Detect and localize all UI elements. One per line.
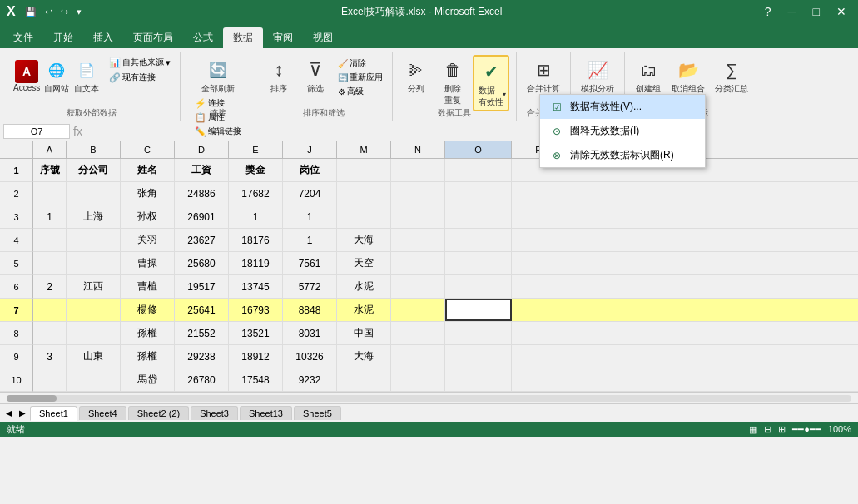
sort-btn[interactable]: ↕ 排序 xyxy=(262,55,295,96)
cell-a10[interactable] xyxy=(33,368,67,391)
cell-b8[interactable] xyxy=(67,322,121,344)
col-header-j[interactable]: J xyxy=(283,141,337,158)
cell-d3[interactable]: 26901 xyxy=(175,205,229,228)
cell-b6[interactable]: 江西 xyxy=(67,275,121,298)
cell-j9[interactable]: 10326 xyxy=(283,345,337,368)
row-num-8[interactable]: 8 xyxy=(0,322,33,345)
quick-access-dropdown-icon[interactable]: ▾ xyxy=(74,5,84,19)
sheet-tab-sheet3[interactable]: Sheet3 xyxy=(191,406,238,420)
row-num-10[interactable]: 10 xyxy=(0,368,33,392)
cell-n7[interactable] xyxy=(391,299,445,321)
cell-a4[interactable] xyxy=(33,229,67,251)
cell-c4[interactable]: 关羽 xyxy=(121,229,175,251)
data-validity-btn[interactable]: ✔ 数据有效性 ▾ xyxy=(473,55,509,111)
cell-o9[interactable] xyxy=(445,345,512,368)
cell-b2[interactable] xyxy=(67,182,121,205)
sheet-tab-sheet2[interactable]: Sheet2 (2) xyxy=(128,406,189,420)
cell-b7[interactable] xyxy=(67,299,121,321)
cell-n2[interactable] xyxy=(391,182,445,205)
col-header-a[interactable]: A xyxy=(33,141,67,158)
cell-a1[interactable]: 序號 xyxy=(33,159,67,181)
cell-d4[interactable]: 23627 xyxy=(175,229,229,251)
cell-j1[interactable]: 岗位 xyxy=(283,159,337,181)
existing-connections-btn[interactable]: 🔗 现有连接 xyxy=(107,71,173,84)
row-num-9[interactable]: 9 xyxy=(0,345,33,368)
cell-a2[interactable] xyxy=(33,182,67,205)
merge-calc-btn[interactable]: ⊞ 合并计算 xyxy=(523,55,563,96)
cell-n6[interactable] xyxy=(391,275,445,298)
cell-n1[interactable] xyxy=(391,159,445,181)
h-scrollbar-track[interactable] xyxy=(7,395,851,402)
col-header-o[interactable]: O xyxy=(445,141,512,158)
cell-b10[interactable] xyxy=(67,368,121,391)
h-scrollbar-thumb[interactable] xyxy=(7,395,57,402)
sheet-tab-nav-left[interactable]: ◀ xyxy=(3,408,15,418)
cell-m9[interactable]: 大海 xyxy=(337,345,391,368)
cell-o8[interactable] xyxy=(445,322,512,344)
cell-b1[interactable]: 分公司 xyxy=(67,159,121,181)
other-sources-btn[interactable]: 📊 自其他来源 ▾ xyxy=(107,56,173,69)
row-num-6[interactable]: 6 xyxy=(0,275,33,299)
row-num-3[interactable]: 3 xyxy=(0,205,33,229)
edit-links-btn[interactable]: ✏️ 编辑链接 xyxy=(192,125,244,138)
cell-m10[interactable] xyxy=(337,368,391,391)
cell-n5[interactable] xyxy=(391,252,445,274)
cell-n9[interactable] xyxy=(391,345,445,368)
access-button[interactable]: A Access 🌐 自网站 📄 自文本 xyxy=(10,55,103,96)
sheet-tab-sheet5[interactable]: Sheet5 xyxy=(294,406,341,420)
cell-j7[interactable]: 8848 xyxy=(283,299,337,321)
cell-c2[interactable]: 张角 xyxy=(121,182,175,205)
refresh-all-btn[interactable]: 🔄 全部刷新 xyxy=(198,55,238,96)
help-icon[interactable]: ? xyxy=(760,3,776,20)
cell-e6[interactable]: 13745 xyxy=(229,275,283,298)
cell-o2[interactable] xyxy=(445,182,512,205)
cell-d1[interactable]: 工資 xyxy=(175,159,229,181)
cell-reference-box[interactable] xyxy=(3,124,70,139)
cell-b3[interactable]: 上海 xyxy=(67,205,121,228)
cell-e9[interactable]: 18912 xyxy=(229,345,283,368)
cell-c7[interactable]: 楊修 xyxy=(121,299,175,321)
quick-save-icon[interactable]: 💾 xyxy=(22,5,39,19)
tab-data[interactable]: 数据 xyxy=(223,27,263,48)
col-header-b[interactable]: B xyxy=(67,141,121,158)
sheet-tab-nav-right[interactable]: ▶ xyxy=(17,408,28,418)
menu-item-clear-circles[interactable]: ⊗ 清除无效数据标识圈(R) xyxy=(540,143,705,167)
cell-e10[interactable]: 17548 xyxy=(229,368,283,391)
cell-c3[interactable]: 孙权 xyxy=(121,205,175,228)
cell-a3[interactable]: 1 xyxy=(33,205,67,228)
cell-b4[interactable] xyxy=(67,229,121,251)
cell-d10[interactable]: 26780 xyxy=(175,368,229,391)
cell-m7[interactable]: 水泥 xyxy=(337,299,391,321)
cell-a9[interactable]: 3 xyxy=(33,345,67,368)
cell-c1[interactable]: 姓名 xyxy=(121,159,175,181)
col-header-n[interactable]: N xyxy=(391,141,445,158)
tab-formula[interactable]: 公式 xyxy=(183,27,223,48)
normal-view-icon[interactable]: ▦ xyxy=(749,424,757,435)
cell-b9[interactable]: 山東 xyxy=(67,345,121,368)
row-num-5[interactable]: 5 xyxy=(0,252,33,275)
cell-a6[interactable]: 2 xyxy=(33,275,67,298)
cell-c9[interactable]: 孫權 xyxy=(121,345,175,368)
cell-j6[interactable]: 5772 xyxy=(283,275,337,298)
cell-o7-selected[interactable] xyxy=(445,299,512,321)
cell-o10[interactable] xyxy=(445,368,512,391)
cell-o4[interactable] xyxy=(445,229,512,251)
ungroup-btn[interactable]: 📂 取消组合 xyxy=(668,55,708,96)
cell-a7[interactable] xyxy=(33,299,67,321)
minimize-btn[interactable]: ─ xyxy=(783,3,801,20)
cell-j4[interactable]: 1 xyxy=(283,229,337,251)
menu-item-circle-invalid[interactable]: ⊙ 圈释无效数据(I) xyxy=(540,119,705,143)
cell-m5[interactable]: 天空 xyxy=(337,252,391,274)
tab-review[interactable]: 审阅 xyxy=(263,27,303,48)
tab-file[interactable]: 文件 xyxy=(3,27,43,48)
cell-j10[interactable]: 9232 xyxy=(283,368,337,391)
cell-d9[interactable]: 29238 xyxy=(175,345,229,368)
cell-e4[interactable]: 18176 xyxy=(229,229,283,251)
sheet-tab-sheet13[interactable]: Sheet13 xyxy=(240,406,292,420)
cell-b5[interactable] xyxy=(67,252,121,274)
sheet-tab-sheet4[interactable]: Sheet4 xyxy=(79,406,126,420)
cell-o6[interactable] xyxy=(445,275,512,298)
reapply-btn[interactable]: 🔄 重新应用 xyxy=(335,71,385,84)
page-layout-icon[interactable]: ⊟ xyxy=(764,424,771,435)
cell-d7[interactable]: 25641 xyxy=(175,299,229,321)
